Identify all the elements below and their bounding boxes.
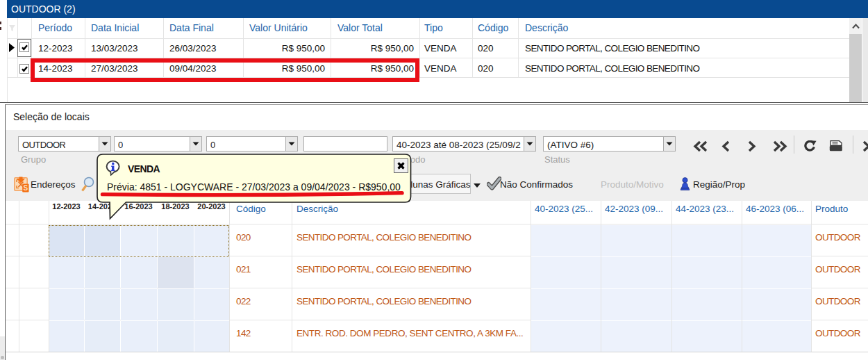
svg-text:S: S [24,184,28,192]
